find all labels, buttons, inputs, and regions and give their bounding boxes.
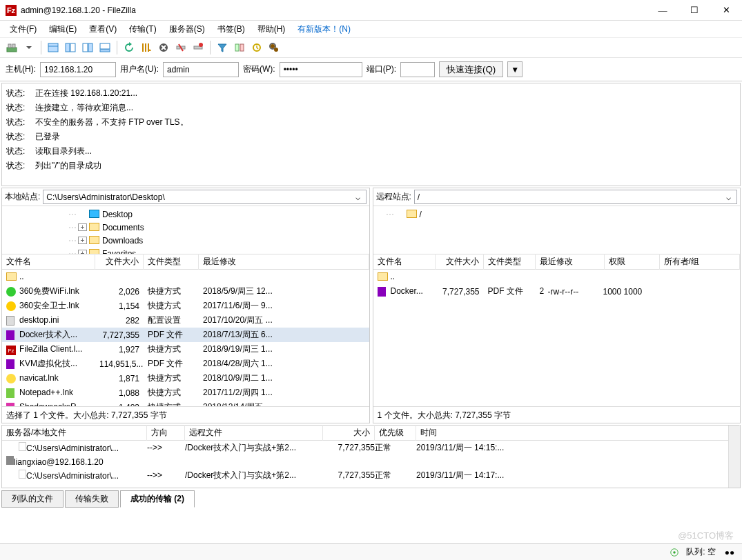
file-row[interactable]: Docker...7,727,355PDF 文件2019/3/11/周...-r…: [373, 284, 741, 299]
user-label: 用户名(U):: [120, 63, 159, 75]
col-owner[interactable]: 所有者/组: [660, 254, 741, 270]
tree-item[interactable]: ⋯+Documents: [2, 221, 369, 234]
col-name[interactable]: 文件名: [2, 254, 95, 270]
toggle-tree-remote-icon[interactable]: [80, 40, 95, 55]
queue-list[interactable]: C:\Users\Administrator\... -->> /Docker技…: [2, 441, 740, 488]
compare-icon[interactable]: [232, 40, 247, 55]
pass-input[interactable]: [280, 62, 362, 77]
quickconnect-dropdown[interactable]: ▼: [507, 61, 523, 77]
filter-icon[interactable]: [215, 40, 230, 55]
quickconnect-button[interactable]: 快速连接(Q): [439, 61, 503, 77]
cancel-icon[interactable]: [156, 40, 171, 55]
tree-item[interactable]: ⋯Desktop: [2, 208, 369, 221]
log-label: 状态:: [6, 86, 31, 101]
col-remote[interactable]: 远程文件: [185, 425, 323, 441]
local-file-list[interactable]: ..360免费WiFi.lnk2,026快捷方式2018/5/9/周三 12..…: [2, 270, 369, 406]
toolbar: [0, 37, 742, 58]
col-time[interactable]: 时间: [416, 425, 740, 441]
col-perm[interactable]: 权限: [605, 254, 660, 270]
log-text: 读取目录列表...: [35, 144, 92, 159]
file-row[interactable]: navicat.lnk1,871快捷方式2018/10/9/周二 1...: [2, 371, 369, 386]
svg-point-23: [674, 551, 676, 554]
file-row[interactable]: 360免费WiFi.lnk2,026快捷方式2018/5/9/周三 12...: [2, 284, 369, 299]
svg-rect-0: [7, 48, 17, 52]
toggle-log-icon[interactable]: [46, 40, 61, 55]
tree-item[interactable]: ⋯/: [373, 208, 741, 221]
col-size[interactable]: 大小: [323, 425, 375, 441]
site-manager-icon[interactable]: [4, 40, 19, 55]
col-name[interactable]: 文件名: [373, 254, 436, 270]
queue-status: 队列: 空: [686, 546, 716, 558]
remote-file-list[interactable]: ..Docker...7,727,355PDF 文件2019/3/11/周...…: [373, 270, 741, 406]
remote-path-input[interactable]: /⌵: [414, 190, 737, 204]
process-queue-icon[interactable]: [139, 40, 154, 55]
svg-rect-7: [83, 43, 88, 52]
col-type[interactable]: 文件类型: [144, 254, 199, 270]
port-label: 端口(P):: [367, 63, 396, 75]
col-size[interactable]: 文件大小: [95, 254, 144, 270]
queue-row[interactable]: liangxiao@192.168.1.20: [2, 454, 740, 468]
menu-edit[interactable]: 编辑(E): [43, 22, 82, 37]
toggle-queue-icon[interactable]: [97, 40, 113, 55]
col-server-local[interactable]: 服务器/本地文件: [2, 425, 147, 441]
col-priority[interactable]: 优先级: [375, 425, 416, 441]
log-label: 状态:: [6, 144, 31, 159]
tab-failed[interactable]: 传输失败: [65, 490, 119, 508]
file-row[interactable]: ..: [2, 270, 369, 284]
col-size[interactable]: 文件大小: [436, 254, 484, 270]
remote-tree[interactable]: ⋯/: [373, 206, 741, 254]
window-title: admin@192.168.1.20 - FileZilla: [21, 6, 647, 15]
local-path-input[interactable]: C:\Users\Administrator\Desktop\⌵: [43, 190, 366, 204]
file-row[interactable]: ..: [373, 270, 741, 284]
svg-rect-1: [8, 44, 11, 48]
tab-successful[interactable]: 成功的传输 (2): [120, 490, 195, 508]
refresh-icon[interactable]: [121, 40, 137, 55]
menu-help[interactable]: 帮助(H): [252, 22, 291, 37]
local-tree[interactable]: ⋯Desktop⋯+Documents⋯+Downloads⋯+Favorite…: [2, 206, 369, 254]
col-modified[interactable]: 最近修改: [536, 254, 605, 270]
file-row[interactable]: KVM虚拟化技...114,951,5...PDF 文件2018/4/28/周六…: [2, 357, 369, 371]
file-row[interactable]: FzFileZilla Client.l...1,927快捷方式2018/9/1…: [2, 342, 369, 357]
svg-rect-16: [235, 44, 239, 51]
maximize-button[interactable]: ☐: [678, 0, 710, 21]
toggle-tree-local-icon[interactable]: [63, 40, 78, 55]
queue-row[interactable]: C:\Users\Administrator\... -->> /Docker技…: [2, 468, 740, 482]
col-direction[interactable]: 方向: [147, 425, 185, 441]
statusbar: 队列: 空 ●●: [0, 543, 742, 560]
menu-view[interactable]: 查看(V): [84, 22, 122, 37]
sync-browse-icon[interactable]: [249, 40, 264, 55]
menu-bookmarks[interactable]: 书签(B): [212, 22, 251, 37]
log-pane[interactable]: 状态:正在连接 192.168.1.20:21...状态:连接建立，等待欢迎消息…: [1, 83, 741, 186]
col-modified[interactable]: 最近修改: [199, 254, 369, 270]
settings-gear-icon[interactable]: [670, 548, 679, 557]
port-input[interactable]: [400, 62, 435, 77]
menu-file[interactable]: 文件(F): [4, 22, 42, 37]
close-button[interactable]: ✕: [710, 0, 742, 21]
search-icon[interactable]: [266, 40, 282, 55]
tab-queued[interactable]: 列队的文件: [1, 490, 64, 508]
tree-item[interactable]: ⋯+Downloads: [2, 234, 369, 247]
disconnect-icon[interactable]: [173, 40, 188, 55]
quickconnect-bar: 主机(H): 用户名(U): 密码(W): 端口(P): 快速连接(Q) ▼: [0, 58, 742, 81]
menu-transfer[interactable]: 传输(T): [124, 22, 162, 37]
host-input[interactable]: [40, 62, 116, 77]
file-row[interactable]: Notepad++.lnk1,088快捷方式2017/11/2/周四 1...: [2, 386, 369, 400]
file-row[interactable]: 360安全卫士.lnk1,154快捷方式2017/11/6/周一 9...: [2, 299, 369, 313]
col-type[interactable]: 文件类型: [484, 254, 536, 270]
pass-label: 密码(W):: [243, 63, 275, 75]
svg-rect-10: [100, 50, 110, 52]
file-row[interactable]: desktop.ini282配置设置2017/10/20/周五 ...: [2, 313, 369, 328]
menu-server[interactable]: 服务器(S): [164, 22, 211, 37]
window-controls: — ☐ ✕: [647, 0, 742, 21]
file-row[interactable]: ShadowsocksR...1,483快捷方式2018/12/14/周五 ..…: [2, 400, 369, 406]
reconnect-icon[interactable]: [191, 40, 206, 55]
host-label: 主机(H):: [6, 63, 36, 75]
queue-row[interactable]: C:\Users\Administrator\... -->> /Docker技…: [2, 441, 740, 454]
minimize-button[interactable]: —: [647, 0, 678, 21]
site-dropdown-icon[interactable]: [21, 40, 37, 55]
menu-newversion[interactable]: 有新版本！(N): [292, 22, 356, 37]
user-input[interactable]: [163, 62, 239, 77]
file-row[interactable]: Docker技术入...7,727,355PDF 文件2018/7/13/周五 …: [2, 328, 369, 342]
remote-site-label: 远程站点:: [376, 191, 411, 203]
svg-rect-9: [100, 43, 110, 49]
